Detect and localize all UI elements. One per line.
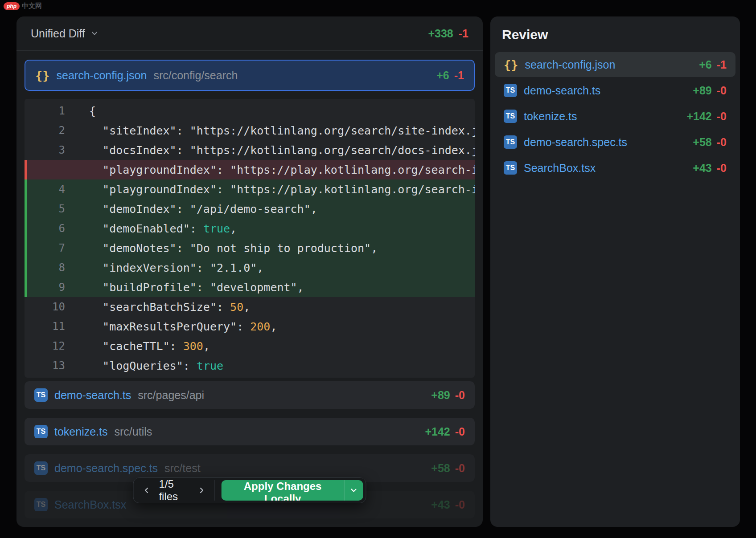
apply-split-button: Apply Changes Locally bbox=[222, 480, 363, 501]
code-text: "demoNotes": "Do not ship to production"… bbox=[89, 242, 475, 255]
chevron-left-icon bbox=[142, 486, 151, 495]
removed-count: -0 bbox=[455, 389, 465, 402]
review-file-searchbox-tsx[interactable]: TSSearchBox.tsx+43-0 bbox=[495, 155, 735, 180]
file-name: SearchBox.tsx bbox=[54, 498, 126, 511]
line-number: 7 bbox=[27, 242, 83, 254]
code-line: 12 "cacheTTL": 300, bbox=[25, 336, 475, 356]
diff-body: {} search-config.json src/config/search … bbox=[16, 51, 483, 527]
file-card-search-config-json[interactable]: {} search-config.json src/config/search … bbox=[25, 60, 475, 91]
chevron-right-icon bbox=[197, 486, 206, 495]
line-number: 13 bbox=[27, 359, 83, 372]
code-text: "demoIndex": "/api/demo-search", bbox=[89, 203, 475, 216]
line-number: 5 bbox=[27, 203, 83, 215]
line-number: 3 bbox=[27, 144, 83, 156]
line-number: 10 bbox=[27, 301, 83, 313]
review-file-list: {}search-config.json+6-1TSdemo-search.ts… bbox=[495, 52, 735, 180]
code-line: 7 "demoNotes": "Do not ship to productio… bbox=[25, 238, 475, 258]
diff-mode-label: Unified Diff bbox=[31, 27, 85, 40]
code-text: "indexVersion": "2.1.0", bbox=[89, 261, 475, 274]
diff-header: Unified Diff +338 -1 bbox=[16, 16, 483, 51]
code-line: 5 "demoIndex": "/api/demo-search", bbox=[25, 199, 475, 219]
line-number: 1 bbox=[27, 105, 83, 117]
removed-count: -0 bbox=[717, 110, 727, 123]
typescript-icon: TS bbox=[504, 110, 517, 123]
code-line: 2 "siteIndex": "https://kotlinlang.org/s… bbox=[25, 121, 475, 140]
diff-stats: +6 -1 bbox=[436, 69, 464, 82]
code-text: "maxResultsPerQuery": 200, bbox=[89, 320, 475, 333]
diff-stats: +89-0 bbox=[693, 84, 727, 97]
code-text: "docsIndex": "https://kotlinlang.org/sea… bbox=[89, 144, 475, 157]
site-name: 中文网 bbox=[22, 2, 42, 10]
file-pager-label: 1/5 files bbox=[154, 478, 194, 503]
file-path: src/utils bbox=[115, 425, 152, 438]
code-line: "playgroundIndex": "https://play.kotlinl… bbox=[25, 160, 475, 179]
apply-changes-button[interactable]: Apply Changes Locally bbox=[222, 480, 344, 501]
diff-action-bar: 1/5 files Apply Changes Locally bbox=[133, 477, 366, 503]
json-icon: {} bbox=[35, 69, 50, 82]
review-title: Review bbox=[502, 27, 735, 42]
file-name: demo-search.ts bbox=[524, 84, 600, 97]
diff-stats: +6-1 bbox=[699, 58, 727, 71]
chevron-down-icon bbox=[90, 29, 99, 38]
file-name: tokenize.ts bbox=[524, 110, 577, 123]
review-file-tokenize-ts[interactable]: TStokenize.ts+142-0 bbox=[495, 104, 735, 129]
diff-stats: +89-0 bbox=[431, 389, 465, 402]
diff-stats: +142-0 bbox=[686, 110, 727, 123]
diff-panel: Unified Diff +338 -1 {} search-config.js… bbox=[16, 16, 483, 527]
chevron-down-icon bbox=[349, 486, 358, 495]
file-name: demo-search.spec.ts bbox=[524, 136, 627, 149]
review-file-demo-search-ts[interactable]: TSdemo-search.ts+89-0 bbox=[495, 78, 735, 103]
review-panel: Review {}search-config.json+6-1TSdemo-se… bbox=[490, 16, 740, 527]
diff-stats: +58-0 bbox=[431, 462, 465, 475]
review-file-search-config-json[interactable]: {}search-config.json+6-1 bbox=[495, 52, 735, 77]
total-diff-stats: +338 -1 bbox=[428, 27, 468, 40]
removed-count: -0 bbox=[717, 162, 727, 175]
typescript-icon: TS bbox=[504, 84, 517, 97]
diff-stats: +58-0 bbox=[693, 136, 727, 149]
line-number: 9 bbox=[27, 281, 83, 293]
code-line: 9 "buildProfile": "development", bbox=[25, 277, 475, 297]
added-count: +43 bbox=[431, 498, 450, 511]
line-number: 4 bbox=[27, 183, 83, 196]
review-file-demo-search-spec-ts[interactable]: TSdemo-search.spec.ts+58-0 bbox=[495, 130, 735, 155]
code-text: "buildProfile": "development", bbox=[89, 281, 475, 294]
code-text: { bbox=[89, 105, 475, 118]
typescript-icon: TS bbox=[34, 461, 48, 475]
removed-count: -0 bbox=[455, 498, 465, 511]
file-name: search-config.json bbox=[525, 58, 616, 71]
typescript-icon: TS bbox=[34, 425, 48, 438]
code-text: "logQueries": true bbox=[89, 359, 475, 372]
file-card-tokenize-ts[interactable]: TStokenize.tssrc/utils+142-0 bbox=[25, 418, 475, 445]
typescript-icon: TS bbox=[34, 498, 48, 511]
diff-stats: +43-0 bbox=[431, 498, 465, 511]
added-count: +6 bbox=[436, 69, 449, 82]
code-text: "siteIndex": "https://kotlinlang.org/sea… bbox=[89, 124, 475, 137]
removed-count: -0 bbox=[717, 84, 727, 97]
diff-edge-bar bbox=[25, 160, 27, 179]
file-path: src/pages/api bbox=[138, 389, 204, 402]
php-logo: php bbox=[4, 2, 20, 10]
file-card-demo-search-ts[interactable]: TSdemo-search.tssrc/pages/api+89-0 bbox=[25, 381, 475, 409]
apply-options-button[interactable] bbox=[344, 480, 363, 501]
code-line: 3 "docsIndex": "https://kotlinlang.org/s… bbox=[25, 140, 475, 160]
total-added-count: +338 bbox=[428, 27, 453, 40]
code-line: 8 "indexVersion": "2.1.0", bbox=[25, 258, 475, 277]
file-name: SearchBox.tsx bbox=[524, 162, 596, 175]
site-watermark: php 中文网 bbox=[4, 2, 42, 10]
json-icon: {} bbox=[504, 58, 518, 72]
diff-stats: +43-0 bbox=[693, 162, 727, 175]
file-name: demo-search.ts bbox=[54, 389, 131, 402]
removed-count: -1 bbox=[717, 58, 727, 71]
added-count: +58 bbox=[693, 136, 711, 149]
total-removed-count: -1 bbox=[459, 27, 468, 40]
prev-file-button[interactable] bbox=[139, 481, 155, 500]
diff-mode-selector[interactable]: Unified Diff bbox=[31, 27, 99, 40]
next-file-button[interactable] bbox=[194, 481, 210, 500]
typescript-icon: TS bbox=[504, 135, 517, 149]
line-number: 11 bbox=[27, 320, 83, 333]
removed-count: -1 bbox=[454, 69, 464, 82]
file-name: demo-search.spec.ts bbox=[54, 462, 158, 475]
code-text: "playgroundIndex": "https://play.kotlinl… bbox=[89, 163, 475, 176]
code-line: 11 "maxResultsPerQuery": 200, bbox=[25, 317, 475, 336]
code-line: 1{ bbox=[25, 101, 475, 121]
